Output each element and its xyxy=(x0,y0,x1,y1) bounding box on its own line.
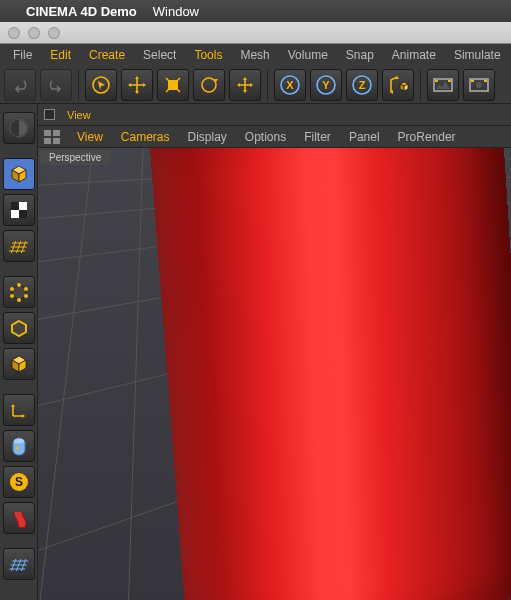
viewport-solo-button[interactable] xyxy=(3,430,35,462)
scale-tool-button[interactable] xyxy=(157,69,189,101)
viewmenu-panel[interactable]: Panel xyxy=(342,128,387,146)
svg-text:S: S xyxy=(14,475,22,489)
mac-menubar: CINEMA 4D Demo Window xyxy=(0,0,511,22)
workplane-grid-button[interactable] xyxy=(3,548,35,580)
menu-snap[interactable]: Snap xyxy=(339,46,381,64)
viewport-camera-label: Perspective xyxy=(40,150,110,165)
mac-app-name[interactable]: CINEMA 4D Demo xyxy=(26,4,137,19)
svg-text:Z: Z xyxy=(359,79,366,91)
svg-point-27 xyxy=(17,283,21,287)
menu-mesh[interactable]: Mesh xyxy=(233,46,276,64)
svg-point-29 xyxy=(24,294,28,298)
svg-point-32 xyxy=(17,298,21,302)
viewport-checkbox[interactable] xyxy=(44,109,55,120)
model-mode-button[interactable] xyxy=(3,158,35,190)
cylinder-object[interactable] xyxy=(168,148,511,600)
svg-text:X: X xyxy=(286,79,294,91)
svg-rect-17 xyxy=(484,80,487,82)
menu-volume[interactable]: Volume xyxy=(281,46,335,64)
svg-point-30 xyxy=(10,287,14,291)
make-editable-button[interactable] xyxy=(3,112,35,144)
svg-marker-26 xyxy=(12,285,26,300)
recent-tool-button[interactable] xyxy=(229,69,261,101)
svg-rect-16 xyxy=(471,80,474,82)
traffic-zoom-icon[interactable] xyxy=(48,27,60,39)
viewmenu-filter[interactable]: Filter xyxy=(297,128,338,146)
svg-rect-24 xyxy=(11,202,19,210)
viewmenu-prorender[interactable]: ProRender xyxy=(391,128,463,146)
render-view-button[interactable] xyxy=(427,69,459,101)
svg-rect-41 xyxy=(44,130,51,136)
points-mode-button[interactable] xyxy=(3,276,35,308)
traffic-minimize-icon[interactable] xyxy=(28,27,40,39)
viewmenu-display[interactable]: Display xyxy=(180,128,233,146)
svg-rect-43 xyxy=(44,138,51,144)
viewport-menubar: View Cameras Display Options Filter Pane… xyxy=(38,126,511,148)
snap-enable-button[interactable]: S xyxy=(3,466,35,498)
soft-selection-button[interactable] xyxy=(3,502,35,534)
menu-tools[interactable]: Tools xyxy=(187,46,229,64)
window-titlebar xyxy=(0,22,511,44)
mode-sidebar: S xyxy=(0,104,38,600)
live-select-tool-button[interactable] xyxy=(85,69,117,101)
viewmenu-options[interactable]: Options xyxy=(238,128,293,146)
menu-animate[interactable]: Animate xyxy=(385,46,443,64)
menu-file[interactable]: File xyxy=(6,46,39,64)
svg-rect-44 xyxy=(53,138,60,144)
svg-text:Y: Y xyxy=(322,79,330,91)
coordinate-system-button[interactable] xyxy=(382,69,414,101)
x-axis-lock-button[interactable]: X xyxy=(274,69,306,101)
render-settings-button[interactable] xyxy=(463,69,495,101)
viewport-layout-icon[interactable] xyxy=(44,130,60,144)
redo-button[interactable] xyxy=(40,69,72,101)
menu-select[interactable]: Select xyxy=(136,46,183,64)
svg-rect-14 xyxy=(448,80,451,82)
perspective-viewport[interactable]: Perspective xyxy=(38,148,511,600)
svg-point-37 xyxy=(14,439,24,444)
svg-rect-42 xyxy=(53,130,60,136)
main-toolbar: X Y Z xyxy=(0,66,511,104)
svg-point-18 xyxy=(476,82,482,88)
menu-edit[interactable]: Edit xyxy=(43,46,78,64)
viewport-header-label: View xyxy=(67,109,91,121)
polygons-mode-button[interactable] xyxy=(3,348,35,380)
mac-menu-window[interactable]: Window xyxy=(153,4,199,19)
svg-point-31 xyxy=(10,294,14,298)
svg-rect-25 xyxy=(19,210,27,218)
traffic-close-icon[interactable] xyxy=(8,27,20,39)
z-axis-lock-button[interactable]: Z xyxy=(346,69,378,101)
viewport-panel: View View Cameras Display Options Filter… xyxy=(38,104,511,600)
y-axis-lock-button[interactable]: Y xyxy=(310,69,342,101)
menu-simulate[interactable]: Simulate xyxy=(447,46,508,64)
edges-mode-button[interactable] xyxy=(3,312,35,344)
rotate-tool-button[interactable] xyxy=(193,69,225,101)
svg-point-38 xyxy=(15,447,18,450)
undo-button[interactable] xyxy=(4,69,36,101)
workplane-mode-button[interactable] xyxy=(3,230,35,262)
menu-create[interactable]: Create xyxy=(82,46,132,64)
move-tool-button[interactable] xyxy=(121,69,153,101)
viewmenu-view[interactable]: View xyxy=(70,128,110,146)
app-menubar: File Edit Create Select Tools Mesh Volum… xyxy=(0,44,511,66)
texture-mode-button[interactable] xyxy=(3,194,35,226)
svg-rect-13 xyxy=(435,80,438,82)
viewmenu-cameras[interactable]: Cameras xyxy=(114,128,177,146)
svg-point-2 xyxy=(202,78,216,92)
svg-marker-33 xyxy=(12,321,26,336)
viewport-header: View xyxy=(38,104,511,126)
svg-point-28 xyxy=(24,287,28,291)
axis-mode-button[interactable] xyxy=(3,394,35,426)
